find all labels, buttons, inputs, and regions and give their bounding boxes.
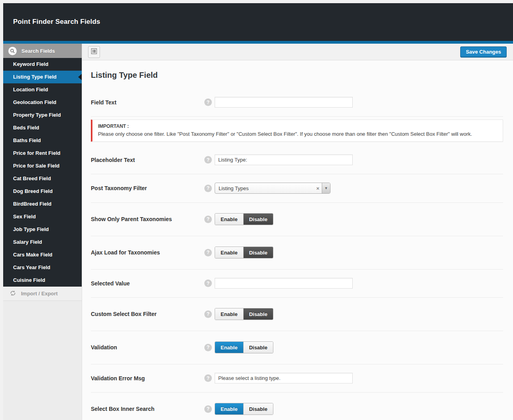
section-heading: Listing Type Field xyxy=(91,71,503,80)
help-icon[interactable]: ? xyxy=(204,185,212,192)
selected-option-label: Listing Types xyxy=(215,185,314,191)
field-row-validation: Validation ? Enable Disable xyxy=(91,331,503,364)
important-notice: IMPORTANT : Please only choose one filte… xyxy=(91,119,503,142)
notice-title: IMPORTANT : xyxy=(98,123,497,129)
field-label: Ajax Load for Taxonomies xyxy=(91,249,204,256)
field-label: Field Text xyxy=(91,99,204,106)
field-label: Validation xyxy=(91,344,204,351)
chevron-down-icon[interactable]: ▼ xyxy=(322,183,330,193)
field-row-field-text: Field Text ? xyxy=(91,89,503,117)
help-icon[interactable]: ? xyxy=(204,156,212,164)
validation-toggle: Enable Disable xyxy=(215,341,273,353)
sidebar-nav: Keyword Field Listing Type Field Locatio… xyxy=(3,58,82,287)
enable-button[interactable]: Enable xyxy=(215,308,243,320)
disable-button[interactable]: Disable xyxy=(243,342,273,353)
sidebar-item-keyword-field[interactable]: Keyword Field xyxy=(3,58,82,71)
disable-button[interactable]: Disable xyxy=(243,214,273,225)
sidebar-header[interactable]: Search Fields xyxy=(3,44,82,58)
sidebar-item-price-for-sale-field[interactable]: Price for Sale Field xyxy=(3,160,82,172)
field-row-ajax-load-for-taxonomies: Ajax Load for Taxonomies ? Enable Disabl… xyxy=(91,236,503,270)
sidebar-spacer xyxy=(3,301,82,420)
help-icon[interactable]: ? xyxy=(204,279,212,287)
field-label: Post Taxonomy Filter xyxy=(91,185,204,191)
plugin-panel: Point Finder Search Fields Search Fields… xyxy=(3,3,513,420)
field-row-validation-error-msg: Validation Error Msg ? xyxy=(91,364,503,393)
sidebar-item-geolocation-field[interactable]: Geolocation Field xyxy=(3,96,82,109)
help-icon[interactable]: ? xyxy=(204,216,212,223)
field-label: Select Box Inner Search xyxy=(91,406,204,412)
sidebar-item-cars-year-field[interactable]: Cars Year Field xyxy=(3,261,82,274)
ajax-load-toggle: Enable Disable xyxy=(215,247,273,258)
field-row-selected-value: Selected Value ? xyxy=(91,270,503,298)
help-icon[interactable]: ? xyxy=(204,344,212,351)
sidebar-item-cuisine-field[interactable]: Cuisine Field xyxy=(3,274,82,287)
save-button[interactable]: Save Changes xyxy=(460,46,507,58)
selected-value-input[interactable] xyxy=(215,278,353,289)
sidebar-item-sex-field[interactable]: Sex Field xyxy=(3,210,82,223)
sync-icon xyxy=(10,290,16,297)
clear-icon[interactable]: × xyxy=(314,185,322,191)
enable-button[interactable]: Enable xyxy=(215,403,243,414)
enable-button[interactable]: Enable xyxy=(215,247,243,258)
field-label: Custom Select Box Filter xyxy=(91,311,204,317)
field-row-show-only-parent-taxonomies: Show Only Parent Taxonomies ? Enable Dis… xyxy=(91,203,503,236)
main-area: Save Changes Listing Type Field Field Te… xyxy=(82,44,513,420)
field-row-select-box-inner-search: Select Box Inner Search ? Enable Disable xyxy=(91,393,503,420)
settings-form: Listing Type Field Field Text ? IMPORTAN… xyxy=(82,60,513,420)
notice-body: Please only choose one filter. Like "Pos… xyxy=(98,131,497,137)
layout-toggle-button[interactable] xyxy=(88,46,100,58)
sidebar: Search Fields Keyword Field Listing Type… xyxy=(3,44,82,420)
field-label: Show Only Parent Taxonomies xyxy=(91,216,204,222)
field-row-post-taxonomy-filter: Post Taxonomy Filter ? Listing Types × ▼ xyxy=(91,174,503,203)
field-row-placeholder-text: Placeholder Text ? xyxy=(91,146,503,174)
sidebar-item-price-for-rent-field[interactable]: Price for Rent Field xyxy=(3,147,82,160)
sidebar-item-property-type-field[interactable]: Property Type Field xyxy=(3,109,82,121)
placeholder-text-input[interactable] xyxy=(215,154,353,165)
layout-icon xyxy=(91,48,97,56)
header-accent-bar xyxy=(3,41,513,44)
page-header: Point Finder Search Fields xyxy=(3,3,513,41)
sidebar-item-listing-type-field[interactable]: Listing Type Field xyxy=(3,71,82,83)
field-row-custom-select-box-filter: Custom Select Box Filter ? Enable Disabl… xyxy=(91,298,503,331)
sidebar-item-dog-breed-field[interactable]: Dog Breed Field xyxy=(3,185,82,198)
toolbar: Save Changes xyxy=(82,44,513,60)
sidebar-item-salary-field[interactable]: Salary Field xyxy=(3,236,82,249)
post-taxonomy-select[interactable]: Listing Types × ▼ xyxy=(215,183,330,194)
sidebar-header-label: Search Fields xyxy=(21,48,55,54)
sidebar-item-job-type-field[interactable]: Job Type Field xyxy=(3,223,82,236)
sidebar-item-cars-make-field[interactable]: Cars Make Field xyxy=(3,249,82,261)
disable-button[interactable]: Disable xyxy=(243,308,273,320)
select-box-inner-search-toggle: Enable Disable xyxy=(215,403,273,415)
custom-select-box-filter-toggle: Enable Disable xyxy=(215,308,273,320)
validation-error-msg-input[interactable] xyxy=(215,373,353,383)
disable-button[interactable]: Disable xyxy=(243,247,273,258)
help-icon[interactable]: ? xyxy=(204,405,212,413)
show-only-parent-taxonomies-toggle: Enable Disable xyxy=(215,213,273,225)
page-title: Point Finder Search Fields xyxy=(13,18,513,26)
sidebar-item-baths-field[interactable]: Baths Field xyxy=(3,134,82,147)
enable-button[interactable]: Enable xyxy=(215,214,243,225)
sidebar-item-beds-field[interactable]: Beds Field xyxy=(3,121,82,134)
sidebar-item-location-field[interactable]: Location Field xyxy=(3,83,82,96)
field-label: Validation Error Msg xyxy=(91,375,204,381)
sidebar-item-import-export[interactable]: Import / Export xyxy=(3,287,82,301)
help-icon[interactable]: ? xyxy=(204,249,212,256)
import-export-label: Import / Export xyxy=(21,291,58,297)
help-icon[interactable]: ? xyxy=(204,374,212,382)
sidebar-item-cat-breed-field[interactable]: Cat Breed Field xyxy=(3,172,82,185)
field-text-input[interactable] xyxy=(215,97,353,108)
help-icon[interactable]: ? xyxy=(204,310,212,318)
disable-button[interactable]: Disable xyxy=(243,403,273,414)
search-icon xyxy=(8,47,17,55)
field-label: Selected Value xyxy=(91,280,204,287)
sidebar-item-birdbreed-field[interactable]: BirdBreed Field xyxy=(3,198,82,210)
help-icon[interactable]: ? xyxy=(204,98,212,106)
field-label: Placeholder Text xyxy=(91,157,204,163)
enable-button[interactable]: Enable xyxy=(215,342,243,353)
